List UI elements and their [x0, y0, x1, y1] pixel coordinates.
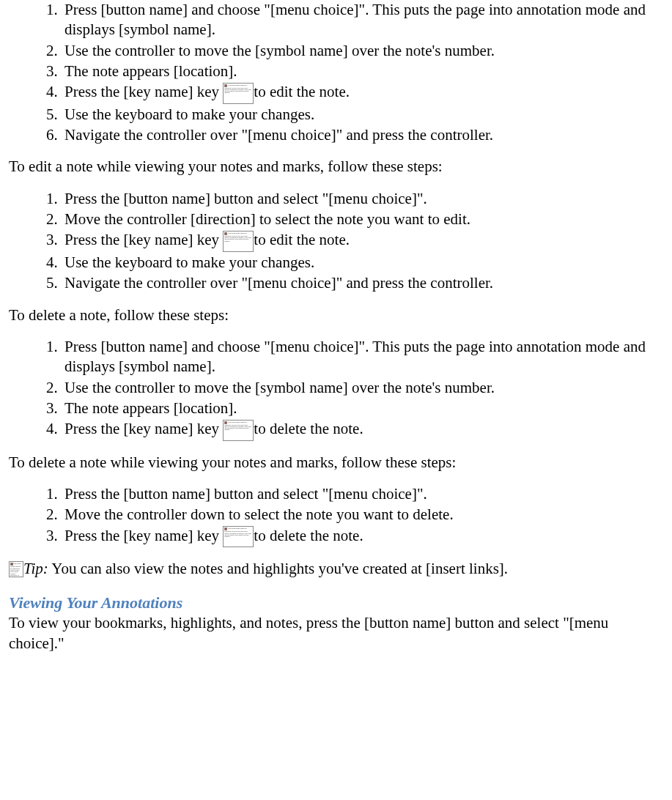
list-item: Press the [key name] key The linked imag… [62, 419, 663, 441]
section-heading-viewing-annotations: Viewing Your Annotations [9, 593, 663, 614]
steps-list-edit-reading: Press [button name] and choose "[menu ch… [9, 0, 663, 145]
broken-image-text: The linked image cannot be displayed. Th… [224, 527, 251, 537]
step-text: The note appears [location]. [64, 62, 237, 80]
step-after-text: to edit the note. [254, 83, 350, 100]
step-text: Press the [button name] button and selec… [64, 190, 427, 207]
step-after-text: to delete the note. [254, 420, 363, 437]
list-item: Press [button name] and choose "[menu ch… [62, 337, 663, 377]
step-text: Move the controller [direction] to selec… [64, 210, 470, 228]
broken-image-text: The linked image cannot be displayed. Th… [224, 421, 251, 431]
broken-image-text: The linked image cannot be displayed. Th… [224, 84, 251, 94]
broken-image-icon: The linked image cannot be displayed. Th… [223, 83, 254, 104]
broken-image-text: The linked image cannot be displayed. Th… [224, 232, 251, 242]
step-before-text: Press the [key name] key [64, 527, 223, 544]
step-text: Use the controller to move the [symbol n… [64, 379, 495, 396]
broken-image-icon: The linked image cannot be displayed. Th… [223, 420, 254, 441]
list-item: Move the controller [direction] to selec… [62, 210, 663, 229]
steps-list-delete-reading: Press [button name] and choose "[menu ch… [9, 337, 663, 441]
step-text: Use the keyboard to make your changes. [64, 253, 314, 271]
paragraph-delete-viewing: To delete a note while viewing your note… [9, 453, 663, 473]
step-before-text: Press the [key name] key [64, 83, 223, 100]
step-text: Navigate the controller over "[menu choi… [64, 274, 493, 292]
step-text: Press [button name] and choose "[menu ch… [64, 338, 646, 375]
list-item: Press the [button name] button and selec… [62, 189, 663, 209]
list-item: Navigate the controller over "[menu choi… [62, 273, 663, 293]
broken-image-icon: The linked image cannot be displayed. Th… [223, 526, 254, 547]
step-after-text: to delete the note. [254, 527, 363, 544]
list-item: Use the controller to move the [symbol n… [62, 41, 663, 61]
step-text: The note appears [location]. [64, 399, 237, 417]
paragraph-edit-viewing: To edit a note while viewing your notes … [9, 157, 663, 177]
step-after-text: to edit the note. [254, 231, 350, 248]
step-before-text: Press the [key name] key [64, 420, 223, 437]
step-text: Press [button name] and choose "[menu ch… [64, 1, 646, 38]
step-text: Navigate the controller over "[menu choi… [64, 126, 493, 144]
list-item: Use the controller to move the [symbol n… [62, 378, 663, 398]
step-before-text: Press the [key name] key [64, 231, 223, 248]
list-item: Navigate the controller over "[menu choi… [62, 125, 663, 145]
list-item: The note appears [location]. [62, 62, 663, 81]
tip-text: You can also view the notes and highligh… [48, 560, 508, 577]
list-item: Press the [button name] button and selec… [62, 484, 663, 504]
list-item: The note appears [location]. [62, 399, 663, 418]
step-text: Move the controller down to select the n… [64, 505, 454, 523]
steps-list-edit-viewing: Press the [button name] button and selec… [9, 189, 663, 294]
list-item: Press [button name] and choose "[menu ch… [62, 0, 663, 40]
list-item: Use the keyboard to make your changes. [62, 105, 663, 125]
paragraph-delete-reading: To delete a note, follow these steps: [9, 305, 663, 325]
list-item: Press the [key name] key The linked imag… [62, 230, 663, 252]
tip-paragraph: The linked image cannot be displayed. Th… [9, 559, 663, 579]
broken-image-icon: The linked image cannot be displayed. Th… [223, 231, 254, 252]
step-text: Use the keyboard to make your changes. [64, 105, 314, 123]
list-item: Use the keyboard to make your changes. [62, 253, 663, 273]
steps-list-delete-viewing: Press the [button name] button and selec… [9, 484, 663, 547]
step-text: Use the controller to move the [symbol n… [64, 42, 495, 59]
tip-broken-image-icon: The linked image cannot be displayed. Th… [9, 561, 23, 577]
list-item: Press the [key name] key The linked imag… [62, 82, 663, 104]
step-text: Press the [button name] button and selec… [64, 485, 427, 503]
tip-label: Tip: [23, 560, 48, 577]
list-item: Press the [key name] key The linked imag… [62, 526, 663, 548]
list-item: Move the controller down to select the n… [62, 505, 663, 525]
paragraph-viewing-annotations: To view your bookmarks, highlights, and … [9, 613, 663, 653]
